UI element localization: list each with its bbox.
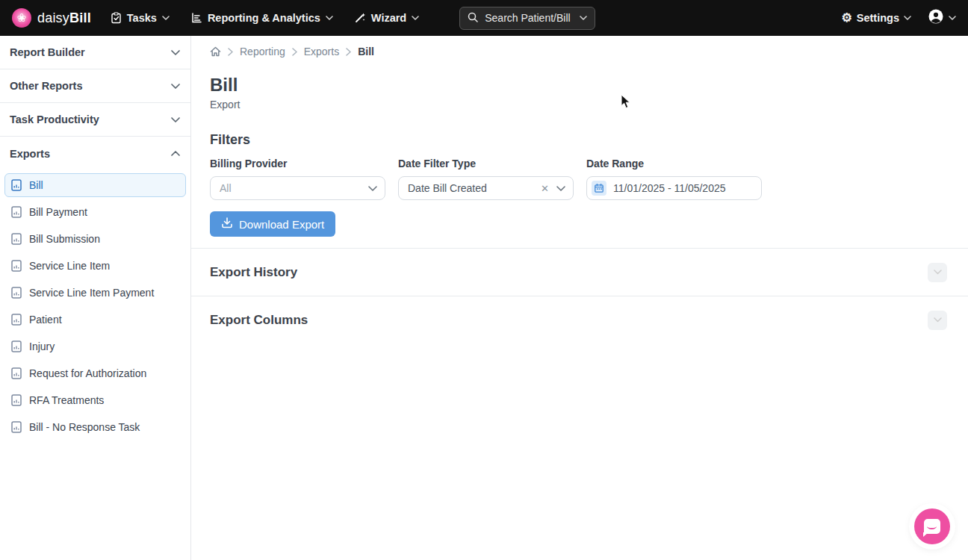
download-export-label: Download Export <box>239 218 324 231</box>
item-label: Injury <box>29 340 55 352</box>
section-label: Other Reports <box>10 80 83 92</box>
section-label: Report Builder <box>10 46 85 58</box>
export-history-panel: Export History <box>191 248 968 296</box>
sidebar-item-request-for-authorization[interactable]: Request for Authorization <box>4 361 186 385</box>
date-filter-type-label: Date Filter Type <box>398 158 574 169</box>
breadcrumb-separator-icon <box>228 48 233 56</box>
report-doc-icon <box>11 233 22 245</box>
report-doc-icon <box>11 260 22 272</box>
download-icon <box>221 217 233 231</box>
item-label: Bill - No Response Task <box>29 421 140 433</box>
report-doc-icon <box>11 287 22 299</box>
clear-icon[interactable]: ✕ <box>541 183 549 194</box>
item-label: Bill Submission <box>29 233 100 245</box>
date-filter-type-value: Date Bill Created <box>408 182 541 194</box>
date-filter-type-field: Date Filter Type Date Bill Created ✕ <box>398 158 574 200</box>
billing-provider-label: Billing Provider <box>210 158 385 169</box>
search-patient-bill[interactable]: Search Patient/Bill <box>459 7 595 30</box>
sidebar-item-rfa-treatments[interactable]: RFA Treatments <box>4 388 186 412</box>
nav-wizard-label: Wizard <box>371 12 406 24</box>
sidebar-item-bill-no-response-task[interactable]: Bill - No Response Task <box>4 415 186 439</box>
user-avatar-icon <box>928 8 944 28</box>
sidebar-item-bill-payment[interactable]: Bill Payment <box>4 200 186 224</box>
nav-reporting-analytics[interactable]: Reporting & Analytics <box>190 12 333 24</box>
export-columns-panel: Export Columns <box>191 296 968 343</box>
item-label: RFA Treatments <box>29 394 104 406</box>
download-export-button[interactable]: Download Export <box>210 211 335 237</box>
clipboard-icon <box>111 12 122 24</box>
sidebar-section-exports[interactable]: Exports <box>0 137 190 170</box>
top-navbar: ❀ daisyBill Tasks Reporting & Analytics … <box>0 0 968 36</box>
chevron-down-icon <box>171 117 180 122</box>
item-label: Request for Authorization <box>29 367 146 379</box>
nav-tasks[interactable]: Tasks <box>111 12 170 24</box>
daisybill-logo[interactable]: ❀ daisyBill <box>12 8 91 28</box>
sidebar-section-report-builder[interactable]: Report Builder <box>0 36 190 69</box>
gear-icon: ⚙ <box>841 12 851 24</box>
daisy-flower-icon: ❀ <box>12 8 31 28</box>
sidebar-item-injury[interactable]: Injury <box>4 335 186 358</box>
billing-provider-field: Billing Provider All <box>210 158 385 200</box>
chevron-down-icon <box>171 84 180 89</box>
chevron-down-icon <box>171 50 180 55</box>
item-label: Bill <box>29 179 43 191</box>
report-doc-icon <box>11 206 22 218</box>
billing-provider-select[interactable]: All <box>210 176 385 200</box>
report-doc-icon <box>11 179 22 191</box>
item-label: Patient <box>29 314 62 326</box>
report-doc-icon <box>11 394 22 406</box>
sidebar-section-other-reports[interactable]: Other Reports <box>0 69 190 103</box>
filters-heading: Filters <box>210 132 250 148</box>
calendar-icon[interactable] <box>592 181 606 196</box>
chart-icon <box>190 12 202 24</box>
sidebar: Report Builder Other Reports Task Produc… <box>0 36 191 560</box>
sidebar-section-task-productivity[interactable]: Task Productivity <box>0 103 190 137</box>
report-doc-icon <box>11 314 22 326</box>
date-filter-type-select[interactable]: Date Bill Created ✕ <box>398 176 574 200</box>
brand-name: daisyBill <box>37 10 91 26</box>
chevron-down-icon <box>326 16 333 20</box>
settings-menu[interactable]: ⚙ Settings <box>841 12 911 24</box>
chat-bubble-icon <box>924 519 940 534</box>
search-icon <box>468 12 478 25</box>
report-doc-icon <box>11 421 22 433</box>
section-label: Task Productivity <box>10 113 99 125</box>
page-subtitle: Export <box>210 99 240 111</box>
export-columns-toggle-button[interactable] <box>928 311 947 330</box>
breadcrumb-bill: Bill <box>358 46 374 57</box>
item-label: Bill Payment <box>29 206 87 218</box>
sidebar-item-service-line-item-payment[interactable]: Service Line Item Payment <box>4 281 186 305</box>
sidebar-item-patient[interactable]: Patient <box>4 308 186 332</box>
nav-wizard[interactable]: Wizard <box>354 12 419 24</box>
wand-icon <box>354 12 366 24</box>
chevron-down-icon <box>556 186 565 191</box>
date-range-input[interactable]: 11/01/2025 - 11/05/2025 <box>586 176 762 200</box>
breadcrumb-separator-icon <box>346 48 351 56</box>
breadcrumb-exports[interactable]: Exports <box>304 46 339 57</box>
nav-reporting-label: Reporting & Analytics <box>208 12 320 24</box>
breadcrumb: Reporting Exports Bill <box>210 46 374 57</box>
sidebar-item-bill-submission[interactable]: Bill Submission <box>4 227 186 251</box>
section-label: Exports <box>10 148 50 160</box>
billing-provider-value: All <box>220 182 368 194</box>
main-content: Reporting Exports Bill Bill Export Filte… <box>191 36 968 560</box>
home-icon[interactable] <box>210 46 221 57</box>
item-label: Service Line Item Payment <box>29 287 154 299</box>
sidebar-item-bill[interactable]: Bill <box>4 173 186 197</box>
account-menu[interactable] <box>928 8 956 28</box>
export-list: Bill Bill Payment Bill Submission Servic… <box>0 170 190 445</box>
chevron-down-icon <box>934 317 942 323</box>
chevron-up-icon <box>171 151 180 156</box>
chat-launcher-button[interactable] <box>914 508 950 544</box>
date-range-field: Date Range 11/01/2025 - 11/05/2025 <box>586 158 762 200</box>
date-range-value: 11/01/2025 - 11/05/2025 <box>613 182 754 194</box>
chevron-down-icon <box>368 186 377 191</box>
chevron-down-icon <box>904 16 911 20</box>
report-doc-icon <box>11 340 22 352</box>
chevron-down-icon <box>162 16 170 20</box>
export-history-toggle-button[interactable] <box>928 263 947 282</box>
breadcrumb-reporting[interactable]: Reporting <box>240 46 285 57</box>
chevron-down-icon <box>580 16 587 20</box>
chevron-down-icon <box>934 270 942 275</box>
sidebar-item-service-line-item[interactable]: Service Line Item <box>4 254 186 278</box>
